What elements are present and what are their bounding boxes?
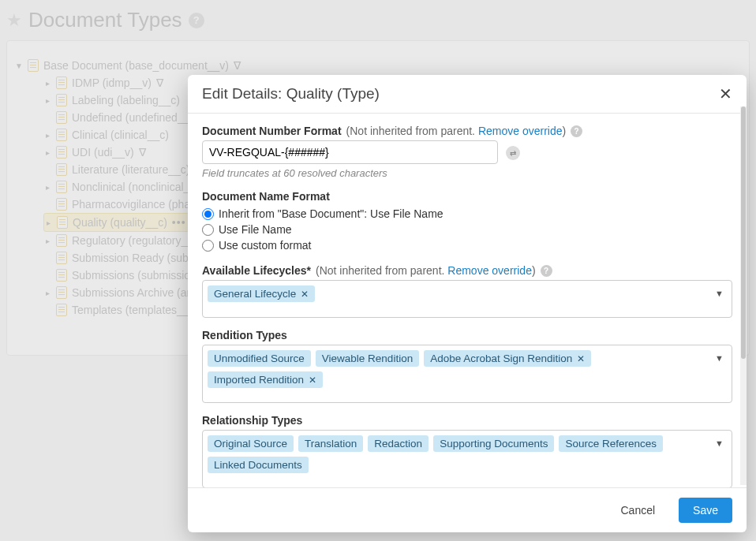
doc-name-field: Document Name Format Inherit from "Base … xyxy=(202,190,732,253)
radio-inherit-label: Inherit from "Base Document": Use File N… xyxy=(219,207,443,220)
lifecycles-label: Available Lifecycles* xyxy=(202,264,311,277)
renditions-tagbox[interactable]: Unmodified SourceViewable RenditionAdobe… xyxy=(202,345,732,403)
tag[interactable]: Supporting Documents xyxy=(433,435,554,452)
tag-label: Translation xyxy=(305,438,357,450)
modal-footer: Cancel Save xyxy=(188,487,747,532)
tag[interactable]: Original Source xyxy=(208,435,294,452)
modal-title: Edit Details: Quality (Type) xyxy=(202,85,380,103)
modal-body: Document Number Format (Not inherited fr… xyxy=(188,114,747,487)
help-icon[interactable]: ? xyxy=(541,265,552,277)
tag[interactable]: Source References xyxy=(559,435,663,452)
tag[interactable]: General Lifecycle✕ xyxy=(208,285,315,302)
save-button[interactable]: Save xyxy=(679,498,732,523)
note-prefix: (Not inherited from parent. xyxy=(346,125,478,137)
tag[interactable]: Adobe Acrobat Sign Rendition✕ xyxy=(424,350,591,367)
relationships-tagbox[interactable]: Original SourceTranslationRedactionSuppo… xyxy=(202,430,732,487)
tag-label: Linked Documents xyxy=(214,459,302,471)
remove-override-link[interactable]: Remove override xyxy=(478,125,563,137)
close-icon[interactable]: ✕ xyxy=(719,84,732,103)
tag-label: Redaction xyxy=(374,438,422,450)
radio-inherit[interactable]: Inherit from "Base Document": Use File N… xyxy=(202,206,732,222)
remove-tag-icon[interactable]: ✕ xyxy=(577,353,585,364)
tag-label: Adobe Acrobat Sign Rendition xyxy=(430,353,572,364)
note-suffix: ) xyxy=(532,264,536,277)
relationships-label: Relationship Types xyxy=(202,414,302,427)
radio-filename-input[interactable] xyxy=(202,224,214,236)
tag[interactable]: Linked Documents xyxy=(208,457,309,473)
tag-label: Imported Rendition xyxy=(214,374,304,386)
radio-custom-input[interactable] xyxy=(202,240,214,252)
chevron-down-icon[interactable]: ▼ xyxy=(715,438,724,448)
lifecycles-tagbox[interactable]: General Lifecycle✕▼ xyxy=(202,280,732,318)
lock-icon[interactable]: ⇄ xyxy=(506,146,520,160)
modal-header: Edit Details: Quality (Type) ✕ xyxy=(188,75,747,114)
note-prefix: (Not inherited from parent. xyxy=(316,264,447,277)
tag[interactable]: Redaction xyxy=(368,435,429,452)
renditions-field: Rendition Types Unmodified SourceViewabl… xyxy=(202,329,732,403)
doc-number-note: (Not inherited from parent. Remove overr… xyxy=(346,125,567,137)
tag[interactable]: Viewable Rendition xyxy=(316,350,419,367)
radio-custom-label: Use custom format xyxy=(219,239,311,252)
doc-name-label: Document Name Format xyxy=(202,190,330,203)
note-suffix: ) xyxy=(562,125,566,137)
cancel-button[interactable]: Cancel xyxy=(606,498,669,523)
edit-details-modal: Edit Details: Quality (Type) ✕ Document … xyxy=(188,75,747,532)
renditions-label: Rendition Types xyxy=(202,329,287,341)
scrollbar-track[interactable] xyxy=(740,106,747,485)
remove-tag-icon[interactable]: ✕ xyxy=(301,289,309,300)
tag[interactable]: Imported Rendition✕ xyxy=(208,371,323,388)
tag-label: Viewable Rendition xyxy=(322,353,413,364)
lifecycles-note: (Not inherited from parent. Remove overr… xyxy=(316,264,536,277)
radio-filename[interactable]: Use File Name xyxy=(202,222,732,237)
remove-override-link[interactable]: Remove override xyxy=(447,264,532,277)
scrollbar-thumb[interactable] xyxy=(741,106,746,359)
tag-label: Supporting Documents xyxy=(440,438,548,450)
tag-label: Original Source xyxy=(214,438,287,450)
chevron-down-icon[interactable]: ▼ xyxy=(715,289,724,298)
tag-label: Unmodified Source xyxy=(214,353,305,364)
tag[interactable]: Unmodified Source xyxy=(208,350,311,367)
radio-custom[interactable]: Use custom format xyxy=(202,237,732,253)
doc-number-label: Document Number Format xyxy=(202,125,342,137)
radio-filename-label: Use File Name xyxy=(219,223,292,236)
help-icon[interactable]: ? xyxy=(571,125,582,137)
radio-inherit-input[interactable] xyxy=(202,208,214,220)
doc-number-field: Document Number Format (Not inherited fr… xyxy=(202,125,732,179)
doc-number-hint: Field truncates at 60 resolved character… xyxy=(202,167,732,179)
tag[interactable]: Translation xyxy=(298,435,363,452)
lifecycles-field: Available Lifecycles* (Not inherited fro… xyxy=(202,264,732,318)
chevron-down-icon[interactable]: ▼ xyxy=(715,353,724,363)
tag-label: Source References xyxy=(565,438,657,450)
remove-tag-icon[interactable]: ✕ xyxy=(309,375,316,386)
tag-label: General Lifecycle xyxy=(214,288,296,300)
relationships-field: Relationship Types Original SourceTransl… xyxy=(202,414,732,487)
doc-number-input[interactable] xyxy=(202,140,498,164)
